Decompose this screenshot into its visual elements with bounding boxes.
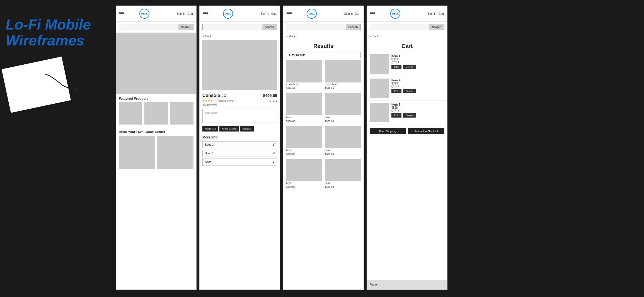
- stars-icon: ★★★★☆: [202, 99, 215, 102]
- result-label-2: Console #2: [325, 82, 361, 86]
- result-price-3: $300.00: [286, 119, 322, 123]
- cart-item-2-buttons: Edit Delete: [391, 89, 444, 93]
- header-links: Sign in Cart: [177, 12, 193, 15]
- cart-cart-link[interactable]: Cart: [439, 12, 444, 15]
- cart-item-1-delete-button[interactable]: Delete: [403, 65, 416, 69]
- cart-item-1-qty: QTY: 1: [391, 61, 444, 64]
- result-item-3: Item $300.00: [286, 93, 322, 123]
- cart-page-title: Cart: [367, 40, 447, 52]
- cart-item-3-name: Item 3: [391, 103, 444, 106]
- results-search-button[interactable]: Search: [346, 24, 360, 30]
- results-back-link[interactable]: < Back: [283, 33, 364, 40]
- screen-cart: DELL Sign in Cart Search < Back Cart Ite…: [367, 6, 447, 290]
- title-line2: Wireframes: [6, 32, 84, 48]
- results-hamburger-icon[interactable]: [287, 12, 292, 15]
- detail-sign-in-link[interactable]: Sign in: [261, 12, 269, 15]
- results-sign-in-link[interactable]: Sign in: [344, 12, 353, 15]
- cart-item-3-delete-button[interactable]: Delete: [403, 113, 416, 118]
- cart-link[interactable]: Cart: [188, 12, 193, 15]
- result-label-3: Item: [286, 115, 322, 119]
- arrow-icon: [42, 65, 81, 99]
- result-item-1: Console #1 $499.99: [286, 60, 322, 90]
- results-grid: Console #1 $499.99 Console #2 $599.99 It…: [283, 60, 364, 189]
- hamburger-menu-icon[interactable]: [119, 12, 124, 15]
- spec-1-label: Spec 1: [205, 143, 214, 146]
- result-img-5: [286, 126, 322, 148]
- detail-back-link[interactable]: < Back: [200, 33, 280, 40]
- cart-hamburger-icon[interactable]: [370, 12, 375, 15]
- product-thumb-1: [119, 102, 142, 125]
- more-info-title: More Info: [200, 133, 280, 140]
- sign-in-link[interactable]: Sign in: [177, 12, 186, 15]
- featured-products-title: Featured Products: [116, 94, 196, 102]
- result-img-1: [286, 60, 322, 82]
- detail-search-input[interactable]: [203, 24, 262, 30]
- detail-cart-link[interactable]: Cart: [271, 12, 277, 15]
- featured-products-grid: [116, 102, 196, 127]
- result-price-7: $300.00: [286, 185, 322, 189]
- results-search-input[interactable]: [286, 24, 346, 30]
- home-search-input[interactable]: [119, 24, 178, 30]
- cart-item-2-delete-button[interactable]: Delete: [403, 89, 416, 93]
- cart-item-1-edit-button[interactable]: Edit: [391, 65, 401, 69]
- spec-2-label: Spec 1: [205, 152, 214, 155]
- detail-search-button[interactable]: Search: [262, 24, 277, 30]
- add-to-wishlist-button[interactable]: Add to Wishlist: [219, 126, 239, 132]
- cart-search-input[interactable]: [370, 24, 429, 30]
- result-img-7: [286, 159, 322, 181]
- cart-item-1-name: Item 1: [391, 54, 444, 58]
- cart-back-link[interactable]: < Back: [367, 33, 447, 40]
- product-thumb-2: [144, 102, 168, 125]
- results-cart-link[interactable]: Cart: [355, 12, 360, 15]
- result-item-4: Item $300.00: [325, 93, 361, 123]
- cart-search-button[interactable]: Search: [429, 24, 444, 30]
- qty-label: QTY: 1: [269, 99, 277, 102]
- cart-dell-logo: DELL: [390, 9, 400, 19]
- cart-item-2-edit-button[interactable]: Edit: [391, 89, 401, 93]
- cart-item-1-buttons: Edit Delete: [391, 65, 444, 69]
- result-label-5: Item: [286, 148, 322, 152]
- result-price-5: $300.00: [286, 152, 322, 156]
- read-reviews-link[interactable]: Read Reviews >: [217, 99, 235, 102]
- cart-thumb-2: [370, 79, 389, 98]
- keep-shopping-button[interactable]: Keep Shopping: [370, 128, 406, 134]
- result-price-2: $599.99: [325, 86, 361, 90]
- result-item-2: Console #2 $599.99: [325, 60, 361, 90]
- product-description: Description: [202, 109, 277, 123]
- cart-item-3-info: Item 3 $$$$ QTY: 1 Edit Delete: [391, 103, 444, 118]
- cart-item-2-price: $$$$: [391, 82, 444, 85]
- add-to-cart-button[interactable]: Add to Cart: [202, 126, 218, 132]
- home-search-button[interactable]: Search: [178, 24, 193, 30]
- screen-results: DELL Sign in Cart Search < Back Results …: [283, 6, 364, 290]
- detail-hamburger-icon[interactable]: [203, 12, 208, 15]
- home-search-bar: Search: [119, 24, 193, 30]
- cart-item-3-edit-button[interactable]: Edit: [391, 113, 401, 118]
- result-item-6: Item $300.00: [325, 126, 361, 156]
- proceed-to-checkout-button[interactable]: Proceed to Checkout: [408, 128, 444, 134]
- filter-results-button[interactable]: Filter Results: [286, 52, 361, 58]
- compare-button[interactable]: Compare: [240, 126, 254, 132]
- result-label-4: Item: [325, 115, 361, 119]
- detail-header: DELL Sign in Cart: [200, 6, 280, 22]
- results-search-bar: Search: [286, 24, 361, 30]
- cart-item-2-qty: QTY: 1: [391, 85, 444, 88]
- result-item-5: Item $300.00: [286, 126, 322, 156]
- spec-accordion-2[interactable]: Spec 1 V: [202, 150, 277, 157]
- cart-sign-in-link[interactable]: Sign in: [428, 12, 437, 15]
- product-detail-image: [202, 40, 277, 90]
- home-header: DELL Sign in Cart: [116, 6, 196, 22]
- cart-header: DELL Sign in Cart: [367, 6, 447, 22]
- dell-logo: DELL: [139, 9, 149, 19]
- spec-accordion-3[interactable]: Spec 1 V: [202, 159, 277, 165]
- spec-accordion-1[interactable]: Spec 1 V: [202, 141, 277, 148]
- cart-item-3-buttons: Edit Delete: [391, 113, 444, 118]
- detail-dell-logo: DELL: [223, 9, 233, 19]
- cart-search-bar: Search: [370, 24, 444, 30]
- title-line1: Lo-Fi Mobile: [6, 16, 91, 33]
- left-label-area: Lo-Fi Mobile Wireframes: [0, 0, 112, 297]
- product-thumb-3: [170, 102, 193, 125]
- product-action-buttons: Add to Cart Add to Wishlist Compare: [200, 125, 280, 133]
- product-price: $499.99: [263, 93, 277, 98]
- spec-1-chevron-icon: V: [273, 143, 275, 146]
- cart-thumb-3: [370, 103, 389, 122]
